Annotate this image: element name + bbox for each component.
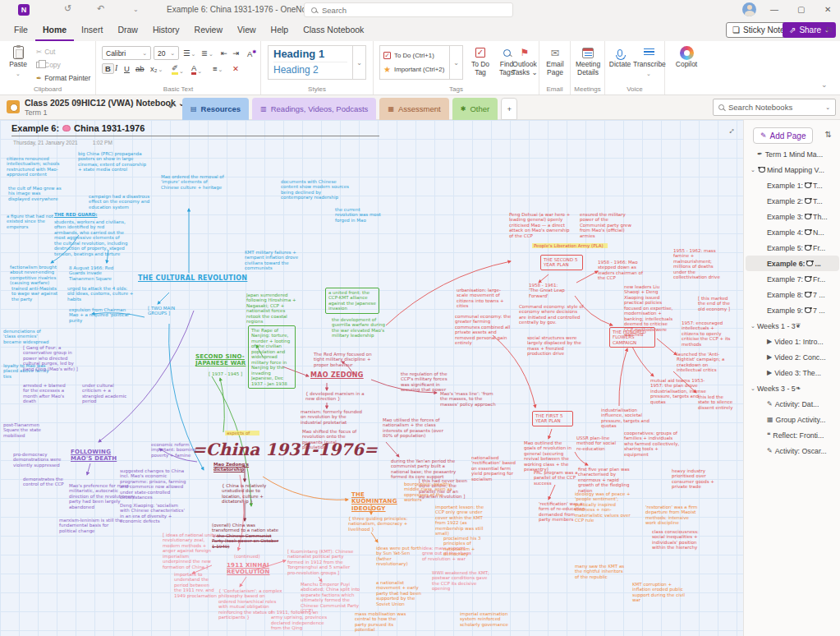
page-title[interactable]: Example 6: China 1931-1976 [11,123,379,133]
tags-group: ✓To Do (Ctrl+1) ★Important (Ctrl+2) ⌄ ✓ … [374,41,539,94]
menu-file[interactable]: File [7,20,35,41]
delete-button[interactable]: ✕ [232,64,239,73]
clear-formatting-button[interactable]: A✱ [247,48,256,58]
sort-pages-icon[interactable]: ⇅ [825,130,832,139]
bullet-list-button[interactable]: ☰⌄ [183,48,195,58]
page-list-item[interactable]: ⌄Mind Mapping V... [746,162,839,177]
page-list-item[interactable]: Example 7:Fr... [746,271,839,287]
copilot-button[interactable]: Copilot [673,44,700,69]
font-size-select[interactable]: 20⌄ [154,46,179,60]
styles-gallery[interactable]: Heading 1 Heading 2 [268,45,353,80]
maximize-button[interactable]: ▢ [797,5,805,14]
section-tab-resources[interactable]: ▤Resources [182,98,249,120]
chevron-down-icon[interactable]: ⌄ [750,323,755,330]
menu-class-notebook[interactable]: Class Notebook [296,20,371,41]
section-tab--[interactable]: + [501,98,517,120]
dictate-button[interactable]: Dictate [607,44,633,69]
page-list-item[interactable]: Example 3:Th... [746,209,839,224]
important-tag-option[interactable]: ★Important (Ctrl+2) [383,65,446,74]
menu-review[interactable]: Review [187,20,230,41]
section-tab-other[interactable]: ✱Other [452,98,498,120]
meeting-details-button[interactable]: MeetingDetails [575,44,601,77]
email-page-button[interactable]: ✉ EmailPage [542,44,568,77]
add-page-button[interactable]: ✎ Add Page [753,127,813,144]
copy-button[interactable]: Copy [36,61,61,69]
quick-access-chevron-icon[interactable]: ⌄ [133,6,139,13]
chevron-down-icon[interactable]: ⌄ [750,167,755,173]
format-painter-button[interactable]: ✒Format Painter [36,74,90,82]
mindmap-note: Mao's 'mass line': 'from the masses, to … [440,391,498,407]
search-notebooks-box[interactable]: Search Notebooks ⌄ [713,99,836,116]
menu-draw[interactable]: Draw [110,20,145,41]
outlook-tasks-button[interactable]: ⚑ OutlookTasks ⌄ [512,44,538,77]
styles-gallery-more-button[interactable]: ⌄ [353,45,366,80]
tags-gallery-more-button[interactable]: ⌄ [450,45,463,80]
page-list-item[interactable]: Example 4:N... [746,224,839,240]
heading1-style[interactable]: Heading 1 [273,48,347,60]
collapse-ribbon-icon[interactable]: ⌄ [821,81,828,89]
page-list-item[interactable]: Example 8:7 ... [746,287,839,302]
paste-button[interactable]: Paste⌄ [5,44,31,77]
nav-undo-icon[interactable]: ↶ [168,101,177,113]
mindmap-note: under cultural criticism + a strangled a… [82,383,133,404]
underline-button[interactable]: U [124,64,130,73]
page-list-item[interactable]: ✎Activity: Dat... [746,396,839,412]
page-list-item[interactable]: Example 5:Fr... [746,240,839,256]
menu-view[interactable]: View [230,20,264,41]
mindmap-note: marxism: formerly founded on revolution … [301,409,366,425]
page-title-text: Example 1: [767,182,803,190]
section-tab-readings-videos-podcasts[interactable]: ▥Readings, Videos, Podcasts [252,98,376,120]
page-list-item[interactable]: Example 9:7 ... [746,302,839,318]
mindmap-note: cooperatives: groups of families + indiv… [624,431,683,457]
notebook-title[interactable]: Class 2025 09HIC12 (VWA) Notebook ⌄ [25,98,186,108]
chevron-down-icon[interactable]: ⌄ [750,385,755,392]
tags-gallery[interactable]: ✓To Do (Ctrl+1) ★Important (Ctrl+2) [379,45,450,80]
numbered-list-button[interactable]: ≣⌄ [201,48,213,58]
paragraph-align-button[interactable]: ≡⌄ [213,64,223,73]
font-color-button[interactable]: A⌄ [191,63,202,75]
todo-tag-option[interactable]: ✓To Do (Ctrl+1) [383,52,446,59]
page-list-item[interactable]: Example 1:T... [746,177,839,193]
page-list-item[interactable]: ⌄Weeks 1 - 3❦ [746,318,839,334]
outdent-button[interactable]: ⇤ [221,48,227,58]
menu-history[interactable]: History [145,20,187,41]
close-button[interactable]: ✕ [824,5,831,14]
mindmap-note: Mao ordered the removal of 'impure' elem… [161,174,225,190]
minimize-button[interactable]: — [770,5,778,14]
avatar[interactable] [742,2,756,16]
undo-icon[interactable]: ↶ [97,3,104,14]
italic-button[interactable]: I [115,64,117,72]
page-list-item[interactable]: ▦Group Activity... [746,412,839,427]
cut-button[interactable]: ✂Cut [36,48,55,56]
search-input[interactable] [322,6,486,15]
page-list-item[interactable]: ❝Reflect: Fronti... [746,427,839,443]
meet-now-icon[interactable]: ⚐ [825,25,833,36]
page-list-item[interactable]: ✎Activity: Oscar... [746,443,839,459]
todo-tag-button[interactable]: ✓ To DoTag [467,44,493,77]
indent-button[interactable]: ⇥ [232,48,239,58]
section-group-label[interactable]: Term 1 [25,108,48,117]
search-box[interactable] [304,2,513,17]
back-icon[interactable]: ↺ [64,3,71,14]
page-list-item[interactable]: Example 6:... [746,256,839,271]
page-canvas[interactable]: Example 6: China 1931-1976 Thursday, 21 … [0,120,743,636]
subscript-button[interactable]: x₂⌄ [150,64,163,73]
page-list-item[interactable]: ⌄Weeks 3 - 5❧ [746,380,839,396]
page-list-item[interactable]: ▶Video 3: The... [746,365,839,380]
strikethrough-button[interactable]: ab [135,64,145,73]
page-list-item[interactable]: ✒Term 1 Mind Ma... [746,146,839,162]
font-name-select[interactable]: Calibri⌄ [102,46,151,60]
menu-help[interactable]: Help [264,20,296,41]
bold-button[interactable]: B [102,63,114,74]
menu-home[interactable]: Home [35,20,74,41]
section-tab-assessment[interactable]: ▦Assessment [379,98,448,120]
highlight-button[interactable]: ✐⌄ [172,63,184,75]
page-list-item[interactable]: Example 2:T... [746,193,839,209]
transcribe-button[interactable]: Transcribe⌄ [633,44,664,77]
heading2-style[interactable]: Heading 2 [273,62,347,76]
page-list-item[interactable]: ▶Video 2: Conc... [746,349,839,365]
page-title-suffix: Th... [813,213,828,221]
page-list-item[interactable]: ▶Video 1: Intro... [746,334,839,349]
menu-insert[interactable]: Insert [74,20,110,41]
mindmap-note: factionalism brought about never-ending … [10,265,64,286]
